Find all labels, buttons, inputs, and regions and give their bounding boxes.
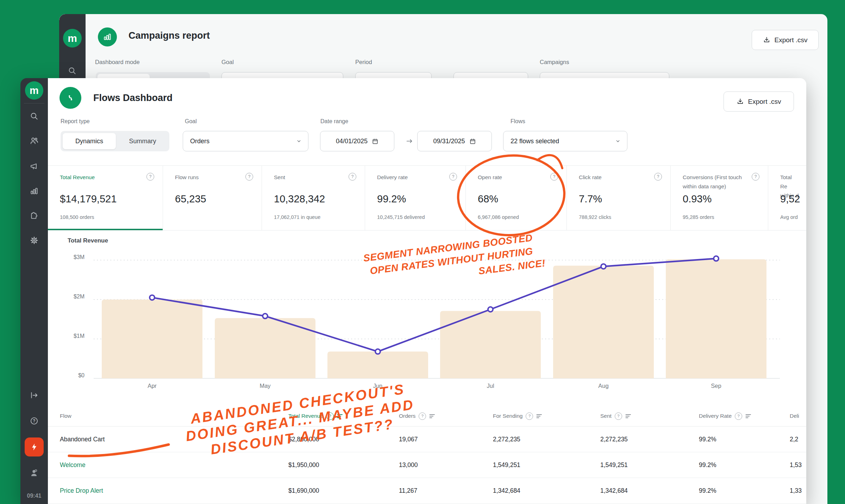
- search-icon[interactable]: [68, 66, 77, 75]
- table-cell: $2,860,000: [288, 436, 319, 443]
- column-header-flow: Flow: [60, 405, 71, 427]
- sort-icon[interactable]: [625, 414, 631, 419]
- stat-card-total-re[interactable]: Total Re within d9,52Avg ord: [768, 166, 806, 230]
- help-icon[interactable]: ?: [30, 416, 39, 426]
- reports-icon[interactable]: [30, 187, 39, 196]
- flow-link[interactable]: Welcome: [60, 461, 86, 469]
- flows-dashboard-card: Flows Dashboard Export .csv Report type …: [48, 78, 806, 504]
- sort-icon[interactable]: [337, 414, 343, 419]
- chevron-down-icon: [615, 138, 621, 144]
- table-cell: 2,2: [790, 436, 798, 443]
- table-cell: 1,549,251: [600, 461, 628, 469]
- revenue-chart: $0$1M$2M$3MAprMayJunJulAugSep: [48, 231, 806, 392]
- search-icon[interactable]: [30, 112, 39, 121]
- calendar-icon: [469, 138, 476, 145]
- report-type-toggle: Dynamics Summary: [61, 131, 169, 151]
- column-header-sent[interactable]: Sent?: [600, 405, 631, 427]
- page-title: Flows Dashboard: [93, 93, 173, 103]
- help-tooltip-icon[interactable]: ?: [654, 173, 662, 181]
- brand-logo[interactable]: m: [25, 81, 43, 100]
- table-cell: 1,342,684: [493, 487, 520, 494]
- flow-link[interactable]: Abandoned Cart: [60, 436, 105, 443]
- background-window-title: Campaigns report: [129, 30, 210, 41]
- kpi-stats-row: Total Revenue?$14,179,521108,500 ordersF…: [48, 165, 806, 231]
- screen: m Campaigns report Export .csv Dashboard…: [0, 0, 845, 504]
- table-cell: 19,067: [399, 436, 418, 443]
- help-tooltip-icon[interactable]: ?: [449, 173, 457, 181]
- sort-icon[interactable]: [429, 414, 435, 419]
- table-cell: 1,549,251: [493, 461, 520, 469]
- download-icon: [737, 98, 744, 105]
- help-tooltip-icon[interactable]: ?: [752, 173, 759, 181]
- clock-time: 09:41: [20, 493, 48, 499]
- stat-card-flow-runs[interactable]: Flow runs?65,235: [163, 166, 262, 230]
- svg-text:Aug: Aug: [598, 383, 608, 389]
- campaigns-report-icon: [98, 27, 117, 46]
- background-filter-label: Dashboard mode: [95, 59, 140, 65]
- collapse-sidebar-icon[interactable]: [30, 391, 39, 400]
- goal-select[interactable]: Orders: [183, 131, 308, 151]
- table-cell: $1,950,000: [288, 461, 319, 469]
- integrations-puzzle-icon[interactable]: [30, 211, 39, 220]
- help-tooltip-icon[interactable]: ?: [245, 173, 253, 181]
- app-sidebar: m: [20, 78, 48, 504]
- stat-card-total-revenue[interactable]: Total Revenue?$14,179,521108,500 orders: [48, 166, 163, 230]
- lightning-icon: [30, 442, 39, 452]
- column-header-total-revenue[interactable]: Total Revenue?: [288, 405, 343, 427]
- account-icon[interactable]: [30, 468, 39, 478]
- help-tooltip-icon[interactable]: ?: [550, 173, 558, 181]
- table-cell: $1,690,000: [288, 487, 319, 494]
- column-header-for-sending[interactable]: For Sending?: [493, 405, 542, 427]
- table-cell: 11,267: [399, 487, 417, 494]
- svg-text:$3M: $3M: [74, 254, 84, 260]
- help-tooltip-icon[interactable]: ?: [326, 412, 334, 420]
- table-cell: 13,000: [399, 461, 418, 469]
- toggle-option-dynamics[interactable]: Dynamics: [63, 133, 116, 149]
- goal-label: Goal: [185, 118, 197, 125]
- help-tooltip-icon[interactable]: ?: [615, 412, 622, 420]
- table-cell: 2,272,235: [493, 436, 520, 443]
- export-csv-button-background[interactable]: Export .csv: [752, 30, 819, 50]
- help-tooltip-icon[interactable]: ?: [349, 173, 356, 181]
- svg-text:May: May: [259, 383, 271, 389]
- flows-select[interactable]: 22 flows selected: [503, 131, 627, 151]
- column-header-delivery-rate[interactable]: Delivery Rate?: [699, 405, 751, 427]
- background-filter-label: Period: [355, 59, 372, 65]
- stat-card-delivery-rate[interactable]: Delivery rate?99.2%10,245,715 delivered: [365, 166, 466, 230]
- flow-link[interactable]: Price Drop Alert: [60, 487, 103, 494]
- flows-dashboard-icon: [60, 87, 81, 109]
- help-tooltip-icon[interactable]: ?: [735, 412, 742, 420]
- sort-icon[interactable]: [536, 414, 542, 419]
- settings-gear-icon[interactable]: [30, 236, 39, 245]
- flows-dashboard-window: m: [20, 78, 806, 504]
- help-tooltip-icon[interactable]: ?: [419, 412, 426, 420]
- report-type-label: Report type: [61, 118, 90, 125]
- background-filter-label: Campaigns: [540, 59, 569, 65]
- stat-card-open-rate[interactable]: Open rate?68%6,967,086 opened: [466, 166, 567, 230]
- brand-logo[interactable]: m: [63, 29, 82, 48]
- table-cell: 1,33: [790, 487, 802, 494]
- date-from-input[interactable]: 04/01/2025: [320, 131, 394, 151]
- svg-text:$2M: $2M: [74, 294, 84, 300]
- flows-label: Flows: [511, 118, 525, 125]
- table-cell: 1,53: [790, 461, 802, 469]
- table-row: Abandoned Cart$2,860,00019,0672,272,2352…: [48, 427, 806, 452]
- sidebar-divider: [24, 103, 44, 103]
- alerts-button[interactable]: [25, 437, 44, 456]
- flows-table-header: FlowTotal Revenue? Orders? For Sending? …: [48, 405, 806, 427]
- column-header-deli: Deli: [790, 405, 799, 427]
- sort-icon[interactable]: [745, 414, 751, 419]
- help-tooltip-icon[interactable]: ?: [146, 173, 154, 181]
- contacts-icon[interactable]: [30, 136, 39, 145]
- campaigns-megaphone-icon[interactable]: [30, 162, 39, 171]
- column-header-orders[interactable]: Orders?: [399, 405, 435, 427]
- stat-card-click-rate[interactable]: Click rate?7.7%788,922 clicks: [567, 166, 671, 230]
- export-csv-button[interactable]: Export .csv: [724, 92, 794, 112]
- stat-card-sent[interactable]: Sent?10,328,34217,062,071 in queue: [262, 166, 365, 230]
- date-to-input[interactable]: 09/31/2025: [417, 131, 492, 151]
- help-tooltip-icon[interactable]: ?: [526, 412, 533, 420]
- stat-card-conversions-first-touch[interactable]: Conversions (First touch within data ran…: [671, 166, 768, 230]
- toggle-option-summary[interactable]: Summary: [117, 131, 168, 151]
- svg-text:?: ?: [33, 418, 35, 423]
- calendar-icon: [372, 138, 378, 145]
